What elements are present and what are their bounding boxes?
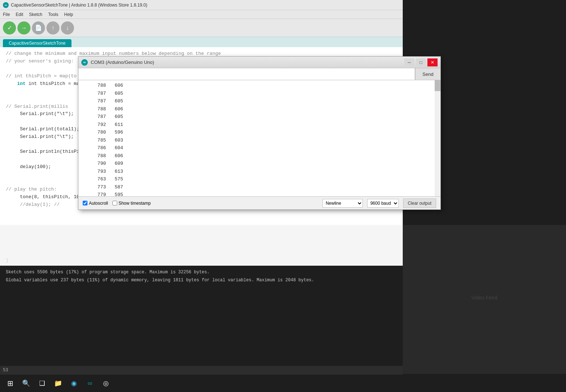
arduino-logo-icon: ∞ xyxy=(3,2,9,8)
clear-output-button[interactable]: Clear output xyxy=(403,199,436,208)
serial-input-row: Send xyxy=(78,68,440,80)
ide-dark-area: } Sketch uses 5506 bytes (17%) of progra… xyxy=(0,255,403,375)
taskbar: ⊞ 🔍 ❑ 📁 ◉ ∞ ◎ xyxy=(0,375,566,392)
scrollbar[interactable] xyxy=(435,80,440,196)
menu-sketch[interactable]: Sketch xyxy=(29,12,42,17)
start-button[interactable]: ⊞ xyxy=(3,376,17,391)
serial-input-field[interactable] xyxy=(78,68,415,80)
close-button[interactable]: ✕ xyxy=(427,58,438,66)
table-row: 785603 xyxy=(78,136,440,144)
table-row: 792611 xyxy=(78,121,440,129)
timestamp-label: Show timestamp xyxy=(119,201,151,206)
newline-select[interactable]: No line ending Newline Carriage return B… xyxy=(323,199,363,208)
title-bar: ∞ CapacitiveSensorSketchTone | Arduino 1… xyxy=(0,0,403,10)
autoscroll-checkbox-label[interactable]: Autoscroll xyxy=(83,201,108,206)
upload-button[interactable]: → xyxy=(17,21,30,34)
scrollbar-thumb[interactable] xyxy=(435,80,440,91)
table-row: 793613 xyxy=(78,168,440,176)
extra-taskbar-button[interactable]: ◎ xyxy=(99,376,113,391)
autoscroll-checkbox[interactable] xyxy=(83,201,87,205)
table-row: 787605 xyxy=(78,97,440,105)
menu-file[interactable]: File xyxy=(3,12,10,17)
table-row: 788606 xyxy=(78,152,440,160)
serial-title-text: COM3 (Arduino/Genuino Uno) xyxy=(91,60,154,65)
serial-logo-icon: ∞ xyxy=(81,59,88,66)
table-row: 790609 xyxy=(78,160,440,168)
line-number: 53 xyxy=(3,368,8,373)
search-button[interactable]: 🔍 xyxy=(19,376,33,391)
serial-output-area[interactable]: 788606 787605 787605 788606 787605 79261… xyxy=(78,80,440,196)
serial-monitor-dialog: ∞ COM3 (Arduino/Genuino Uno) ─ □ ✕ Send … xyxy=(78,56,441,210)
browser-button[interactable]: ◉ xyxy=(67,376,81,391)
minimize-button[interactable]: ─ xyxy=(404,58,414,66)
closing-brace: } xyxy=(6,258,9,263)
serial-title-bar: ∞ COM3 (Arduino/Genuino Uno) ─ □ ✕ xyxy=(78,57,440,68)
arduino-taskbar-button[interactable]: ∞ xyxy=(83,376,97,391)
title-bar-text: CapacitiveSensorSketchTone | Arduino 1.8… xyxy=(11,3,147,8)
svg-text:Video Feed: Video Feed xyxy=(471,295,497,301)
serial-title-left: ∞ COM3 (Arduino/Genuino Uno) xyxy=(81,59,154,66)
baud-select[interactable]: 300 1200 2400 4800 9600 baud 19200 38400… xyxy=(367,199,399,208)
send-button[interactable]: Send xyxy=(415,68,440,80)
sketch-tab[interactable]: CapacitiveSensorSketchTone xyxy=(3,39,71,47)
table-row: 786604 xyxy=(78,144,440,152)
table-row: 788606 xyxy=(78,82,440,90)
save-button[interactable]: ↓ xyxy=(61,21,74,34)
menu-bar: File Edit Sketch Tools Help xyxy=(0,10,403,19)
task-view-button[interactable]: ❑ xyxy=(35,376,49,391)
video-panel: Video Feed xyxy=(403,225,566,374)
new-button[interactable]: 📄 xyxy=(32,21,45,34)
file-explorer-button[interactable]: 📁 xyxy=(51,376,65,391)
menu-help[interactable]: Help xyxy=(64,12,73,17)
table-row: 780596 xyxy=(78,128,440,136)
table-row: 763575 xyxy=(78,175,440,183)
toolbar: ✓ → 📄 ↑ ↓ xyxy=(0,19,403,37)
status-line-1: Sketch uses 5506 bytes (17%) of program … xyxy=(6,269,397,277)
open-button[interactable]: ↑ xyxy=(46,21,60,34)
status-line-2: Global variables use 237 bytes (11%) of … xyxy=(6,277,397,285)
menu-tools[interactable]: Tools xyxy=(48,12,58,17)
table-row: 773587 xyxy=(78,183,440,191)
maximize-button[interactable]: □ xyxy=(416,58,426,66)
timestamp-checkbox[interactable] xyxy=(112,201,117,205)
table-row: 787605 xyxy=(78,113,440,121)
tab-bar: CapacitiveSensorSketchTone xyxy=(0,37,403,47)
serial-footer: Autoscroll Show timestamp No line ending… xyxy=(78,196,440,209)
video-content: Video Feed xyxy=(403,225,566,374)
autoscroll-label: Autoscroll xyxy=(89,201,108,206)
menu-edit[interactable]: Edit xyxy=(16,12,23,17)
timestamp-checkbox-label[interactable]: Show timestamp xyxy=(112,201,151,206)
table-row: 787605 xyxy=(78,90,440,98)
table-row: 779595 xyxy=(78,191,440,196)
verify-button[interactable]: ✓ xyxy=(3,21,16,34)
table-row: 788606 xyxy=(78,105,440,113)
serial-window-controls: ─ □ ✕ xyxy=(404,58,438,66)
